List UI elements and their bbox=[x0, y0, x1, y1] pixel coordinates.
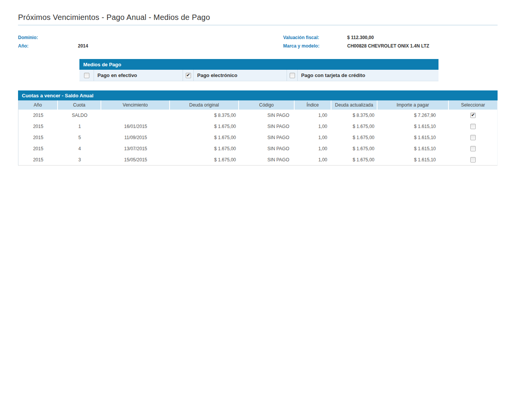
col-header-importe-a-pagar: Importe a pagar bbox=[377, 100, 449, 110]
vehicle-info-left: Dominio: Año: 2014 bbox=[18, 33, 283, 50]
dominio-row: Dominio: bbox=[18, 33, 283, 42]
pago-electronico-checkbox-cell bbox=[183, 70, 194, 81]
cell-vencimiento: 16/01/2015 bbox=[101, 121, 170, 132]
cell-anio: 2015 bbox=[18, 121, 58, 132]
cell-indice: 1,00 bbox=[295, 154, 331, 165]
marca-modelo-value: CH00828 CHEVROLET ONIX 1.4N LTZ bbox=[347, 43, 429, 49]
col-header-codigo: Código bbox=[239, 100, 295, 110]
cell-codigo: SIN PAGO bbox=[239, 154, 295, 165]
cell-cuota: SALDO bbox=[58, 110, 101, 121]
dominio-label: Dominio: bbox=[18, 35, 78, 40]
cell-vencimiento: 15/05/2015 bbox=[101, 154, 170, 165]
pago-electronico-checkbox[interactable] bbox=[186, 73, 191, 78]
medios-de-pago-options: Pago en efectivo Pago electrónico Pago c… bbox=[79, 70, 438, 81]
pago-efectivo-checkbox[interactable] bbox=[84, 73, 89, 78]
cell-deuda-actualizada: $ 1.675,00 bbox=[331, 143, 377, 154]
cell-indice: 1,00 bbox=[295, 110, 331, 121]
row-select-checkbox[interactable] bbox=[470, 146, 476, 151]
cuotas-panel: Cuotas a vencer - Saldo Anual Año Cuota … bbox=[18, 90, 498, 166]
cell-deuda-actualizada: $ 1.675,00 bbox=[331, 154, 377, 165]
cell-importe-a-pagar: $ 1.615,10 bbox=[377, 154, 449, 165]
cell-deuda-original: $ 1.675,00 bbox=[170, 121, 239, 132]
cell-seleccionar bbox=[449, 121, 497, 132]
cuotas-table-header-row: Año Cuota Vencimiento Deuda original Cód… bbox=[18, 100, 497, 110]
cell-codigo: SIN PAGO bbox=[239, 132, 295, 143]
marca-modelo-label: Marca y modelo: bbox=[283, 43, 347, 49]
cell-vencimiento bbox=[101, 110, 170, 121]
table-row: 2015 SALDO $ 8.375,00 SIN PAGO 1,00 $ 8.… bbox=[18, 110, 497, 121]
pago-tarjeta-label: Pago con tarjeta de crédito bbox=[298, 70, 438, 81]
cell-codigo: SIN PAGO bbox=[239, 110, 295, 121]
col-header-seleccionar: Seleccionar bbox=[449, 100, 497, 110]
cell-vencimiento: 13/07/2015 bbox=[101, 143, 170, 154]
cuotas-table: Año Cuota Vencimiento Deuda original Cód… bbox=[18, 100, 498, 166]
row-select-checkbox[interactable] bbox=[470, 124, 476, 129]
pago-tarjeta-checkbox[interactable] bbox=[290, 73, 295, 78]
medios-de-pago-panel: Medios de Pago Pago en efectivo Pago ele… bbox=[79, 59, 438, 81]
cell-deuda-actualizada: $ 1.675,00 bbox=[331, 132, 377, 143]
table-row: 2015 1 16/01/2015 $ 1.675,00 SIN PAGO 1,… bbox=[18, 121, 497, 132]
cell-importe-a-pagar: $ 1.615,10 bbox=[377, 143, 449, 154]
col-header-vencimiento: Vencimiento bbox=[101, 100, 170, 110]
col-header-deuda-original: Deuda original bbox=[170, 100, 239, 110]
cell-anio: 2015 bbox=[18, 132, 58, 143]
cell-indice: 1,00 bbox=[295, 132, 331, 143]
cell-seleccionar bbox=[449, 132, 497, 143]
cell-deuda-original: $ 8.375,00 bbox=[170, 110, 239, 121]
cell-anio: 2015 bbox=[18, 110, 58, 121]
anio-value: 2014 bbox=[78, 43, 88, 49]
pago-tarjeta-checkbox-cell bbox=[287, 70, 298, 81]
vehicle-info: Dominio: Año: 2014 Valuación fiscal: $ 1… bbox=[18, 33, 498, 50]
marca-modelo-row: Marca y modelo: CH00828 CHEVROLET ONIX 1… bbox=[283, 42, 498, 50]
cell-deuda-original: $ 1.675,00 bbox=[170, 154, 239, 165]
cell-anio: 2015 bbox=[18, 154, 58, 165]
medios-de-pago-header: Medios de Pago bbox=[79, 59, 438, 70]
page: Próximos Vencimientos - Pago Anual - Med… bbox=[0, 0, 511, 166]
cell-seleccionar bbox=[449, 110, 497, 121]
anio-row: Año: 2014 bbox=[18, 42, 283, 50]
row-select-checkbox[interactable] bbox=[470, 113, 476, 118]
cell-deuda-actualizada: $ 8.375,00 bbox=[331, 110, 377, 121]
cell-codigo: SIN PAGO bbox=[239, 121, 295, 132]
cell-cuota: 4 bbox=[58, 143, 101, 154]
cell-deuda-actualizada: $ 1.675,00 bbox=[331, 121, 377, 132]
valuacion-row: Valuación fiscal: $ 112.300,00 bbox=[283, 33, 498, 42]
pago-efectivo-checkbox-cell bbox=[79, 70, 94, 81]
table-row: 2015 4 13/07/2015 $ 1.675,00 SIN PAGO 1,… bbox=[18, 143, 497, 154]
cell-codigo: SIN PAGO bbox=[239, 143, 295, 154]
row-select-checkbox[interactable] bbox=[470, 157, 476, 162]
pago-electronico-label: Pago electrónico bbox=[194, 70, 287, 81]
col-header-indice: Índice bbox=[295, 100, 331, 110]
cell-seleccionar bbox=[449, 154, 497, 165]
cell-seleccionar bbox=[449, 143, 497, 154]
cell-cuota: 1 bbox=[58, 121, 101, 132]
vehicle-info-right: Valuación fiscal: $ 112.300,00 Marca y m… bbox=[283, 33, 498, 50]
col-header-deuda-actualizada: Deuda actualizada bbox=[331, 100, 377, 110]
cell-indice: 1,00 bbox=[295, 121, 331, 132]
col-header-cuota: Cuota bbox=[58, 100, 101, 110]
table-row: 2015 3 15/05/2015 $ 1.675,00 SIN PAGO 1,… bbox=[18, 154, 497, 165]
cuotas-header: Cuotas a vencer - Saldo Anual bbox=[18, 90, 498, 100]
cell-deuda-original: $ 1.675,00 bbox=[170, 143, 239, 154]
cell-importe-a-pagar: $ 1.615,10 bbox=[377, 121, 449, 132]
pago-efectivo-label: Pago en efectivo bbox=[94, 70, 183, 81]
valuacion-fiscal-label: Valuación fiscal: bbox=[283, 35, 347, 40]
cell-importe-a-pagar: $ 1.615,10 bbox=[377, 132, 449, 143]
col-header-anio: Año bbox=[18, 100, 58, 110]
cell-anio: 2015 bbox=[18, 143, 58, 154]
row-select-checkbox[interactable] bbox=[470, 135, 476, 140]
cell-vencimiento: 11/09/2015 bbox=[101, 132, 170, 143]
cell-indice: 1,00 bbox=[295, 143, 331, 154]
cell-deuda-original: $ 1.675,00 bbox=[170, 132, 239, 143]
table-row: 2015 5 11/09/2015 $ 1.675,00 SIN PAGO 1,… bbox=[18, 132, 497, 143]
cell-cuota: 3 bbox=[58, 154, 101, 165]
page-title: Próximos Vencimientos - Pago Anual - Med… bbox=[18, 13, 498, 25]
cell-importe-a-pagar: $ 7.267,90 bbox=[377, 110, 449, 121]
anio-label: Año: bbox=[18, 43, 78, 49]
valuacion-fiscal-value: $ 112.300,00 bbox=[347, 35, 374, 40]
cell-cuota: 5 bbox=[58, 132, 101, 143]
